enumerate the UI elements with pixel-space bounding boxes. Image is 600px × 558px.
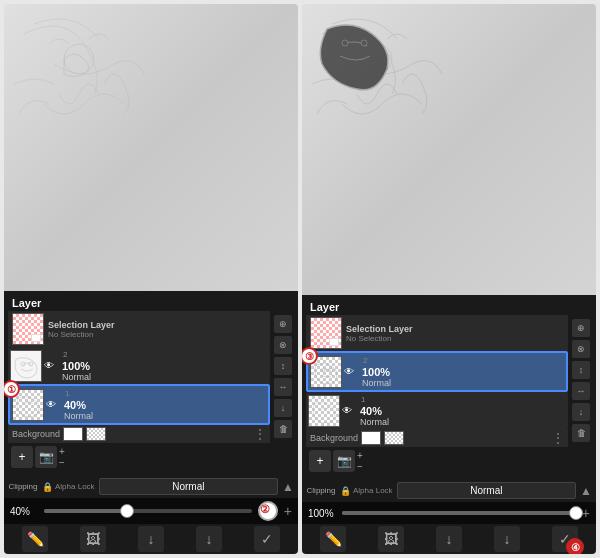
right-canvas[interactable] xyxy=(302,4,596,295)
left-alpha-label: Alpha Lock xyxy=(55,482,95,491)
right-layer2-mode: Normal xyxy=(362,378,560,388)
right-sketch-background xyxy=(302,4,596,295)
right-layer2-eye[interactable]: 👁 xyxy=(342,365,356,379)
right-more-icon[interactable]: ⋮ xyxy=(552,431,564,445)
left-tool-transform[interactable]: ↓ xyxy=(196,526,222,552)
left-sidebar-icon-3[interactable]: ↕ xyxy=(274,357,292,375)
right-minus-icon[interactable]: − xyxy=(357,462,363,472)
left-layer2-opacity: 100% xyxy=(62,360,264,372)
right-layer2-number: 2 xyxy=(362,355,560,366)
left-minus-icon[interactable]: − xyxy=(59,458,65,468)
left-layer2-eye[interactable]: 👁 xyxy=(42,359,56,373)
right-sketch-lines-svg xyxy=(302,4,596,295)
badge-2-btn[interactable]: ② xyxy=(258,501,278,521)
right-selection-info: Selection Layer No Selection xyxy=(346,324,413,343)
left-tool-pen[interactable]: ✏️ xyxy=(22,526,48,552)
right-sidebar-icon-1[interactable]: ⊕ xyxy=(572,319,590,337)
right-opacity-slider[interactable] xyxy=(342,511,576,515)
left-sidebar-icon-2[interactable]: ⊗ xyxy=(274,336,292,354)
right-selection-sub: No Selection xyxy=(346,334,413,343)
right-tool-move[interactable]: ↓ xyxy=(436,526,462,552)
right-selection-thumb xyxy=(310,317,342,349)
left-toolbar-bottom: ✏️ 🖼 ↓ ↓ ✓ xyxy=(4,524,298,554)
left-layer2-info: 2 100% Normal xyxy=(58,349,268,382)
left-sidebar-icon-6[interactable]: 🗑 xyxy=(274,420,292,438)
right-layer2-row[interactable]: ③ 👁 2 100% xyxy=(306,351,568,392)
right-bg-label: Background xyxy=(310,433,358,443)
right-alpha-lock[interactable]: 🔒 Alpha Lock xyxy=(340,486,393,496)
right-selection-layer-row[interactable]: Selection Layer No Selection xyxy=(306,315,568,351)
right-sidebar-icon-4[interactable]: ↔ xyxy=(572,382,590,400)
right-layer1-thumb xyxy=(308,395,340,427)
right-tool-transform[interactable]: ↓ xyxy=(494,526,520,552)
left-alpha-lock[interactable]: 🔒 Alpha Lock xyxy=(42,482,95,492)
right-slider-fill xyxy=(342,511,576,515)
left-plus-opacity[interactable]: + xyxy=(284,503,292,519)
right-sidebar-icon-6[interactable]: 🗑 xyxy=(572,424,590,442)
right-bottom-bar: Clipping 🔒 Alpha Lock Normal ▲ xyxy=(302,479,596,502)
right-layer1-eye[interactable]: 👁 xyxy=(340,404,354,418)
right-sidebar-icon-2[interactable]: ⊗ xyxy=(572,340,590,358)
right-opacity-row: 100% + xyxy=(302,502,596,524)
right-tool-select[interactable]: 🖼 xyxy=(378,526,404,552)
left-bottom-bar: Clipping 🔒 Alpha Lock Normal ▲ xyxy=(4,475,298,498)
left-slider-fill xyxy=(44,509,127,513)
svg-point-0 xyxy=(64,44,94,74)
left-tool-confirm[interactable]: ✓ xyxy=(254,526,280,552)
left-actions-row: + 📷 + − xyxy=(8,443,294,471)
left-plus-icon[interactable]: + xyxy=(59,447,65,457)
left-slider-thumb[interactable] xyxy=(120,504,134,518)
left-layer1-row[interactable]: ① 👁 1 40% Normal xyxy=(8,384,270,425)
right-slider-thumb[interactable] xyxy=(569,506,583,520)
right-chevron-icon[interactable]: ▲ xyxy=(580,484,592,498)
right-bg-row[interactable]: Background ⋮ xyxy=(306,429,568,447)
right-sidebar-icon-5[interactable]: ↓ xyxy=(572,403,590,421)
left-add-layer-btn[interactable]: + xyxy=(11,446,33,468)
left-layer2-row[interactable]: 👁 2 100% Normal xyxy=(8,347,270,384)
right-layer1-number: 1 xyxy=(360,394,562,405)
left-bg-row[interactable]: Background ⋮ xyxy=(8,425,270,443)
left-selection-layer-row[interactable]: Selection Layer No Selection xyxy=(8,311,270,347)
right-layer1-mode: Normal xyxy=(360,417,562,427)
right-camera-btn[interactable]: 📷 xyxy=(333,450,355,472)
left-camera-btn[interactable]: 📷 xyxy=(35,446,57,468)
right-lock-icon: 🔒 xyxy=(340,486,351,496)
left-layer1-number: 1 xyxy=(64,388,262,399)
right-plus-icon[interactable]: + xyxy=(357,451,363,461)
left-chevron-icon[interactable]: ▲ xyxy=(282,480,294,494)
left-blend-mode[interactable]: Normal xyxy=(99,478,279,495)
left-sidebar-icons: ⊕ ⊗ ↕ ↔ ↓ 🗑 xyxy=(272,311,294,443)
left-bg-label: Background xyxy=(12,429,60,439)
left-layer-panel: Layer Selection Layer No Selection xyxy=(4,291,298,475)
left-opacity-row: 40% ② + xyxy=(4,498,298,524)
right-clipping-label[interactable]: Clipping xyxy=(306,486,336,495)
left-canvas[interactable] xyxy=(4,4,298,291)
right-layer-panel: Layer Selection Layer No Selection ③ xyxy=(302,295,596,479)
right-tool-pen[interactable]: ✏️ xyxy=(320,526,346,552)
right-blend-mode[interactable]: Normal xyxy=(397,482,577,499)
left-sidebar-icon-4[interactable]: ↔ xyxy=(274,378,292,396)
left-sidebar-icon-5[interactable]: ↓ xyxy=(274,399,292,417)
left-selection-thumb xyxy=(12,313,44,345)
left-opacity-slider[interactable] xyxy=(44,509,252,513)
left-tool-move[interactable]: ↓ xyxy=(138,526,164,552)
left-tool-select[interactable]: 🖼 xyxy=(80,526,106,552)
right-layer1-sketch-svg xyxy=(309,396,340,427)
sketch-lines-svg xyxy=(4,4,298,291)
left-sidebar-icon-1[interactable]: ⊕ xyxy=(274,315,292,333)
left-layer1-info: 1 40% Normal xyxy=(60,388,266,421)
right-sidebar-icon-3[interactable]: ↕ xyxy=(572,361,590,379)
left-more-icon[interactable]: ⋮ xyxy=(254,427,266,441)
left-panel: Layer Selection Layer No Selection xyxy=(4,4,298,554)
right-sidebar-icons: ⊕ ⊗ ↕ ↔ ↓ 🗑 xyxy=(570,315,592,447)
left-opacity-value: 40% xyxy=(10,506,38,517)
left-layer-title: Layer xyxy=(8,295,294,311)
layer2-sketch-svg xyxy=(11,351,42,382)
left-layer1-eye[interactable]: 👁 xyxy=(44,398,58,412)
right-tool-confirm[interactable]: ✓ ④ xyxy=(552,526,578,552)
right-layer1-row[interactable]: 👁 1 40% Normal xyxy=(306,392,568,429)
badge-4: ④ xyxy=(566,538,584,554)
left-clipping-label[interactable]: Clipping xyxy=(8,482,38,491)
right-add-layer-btn[interactable]: + xyxy=(309,450,331,472)
right-plus-opacity[interactable]: + xyxy=(582,505,590,521)
